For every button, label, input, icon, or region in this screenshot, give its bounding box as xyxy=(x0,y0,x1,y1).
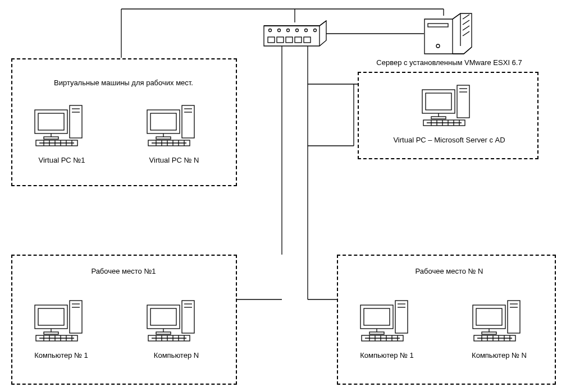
svg-point-26 xyxy=(269,29,272,32)
computer-icon xyxy=(359,299,410,344)
svg-marker-32 xyxy=(424,13,472,54)
server-icon xyxy=(423,12,473,56)
svg-rect-25 xyxy=(304,37,311,43)
svg-rect-24 xyxy=(295,37,302,43)
computer-icon xyxy=(421,84,472,129)
vpcN-label: Virtual PC № N xyxy=(140,156,208,164)
computer-icon xyxy=(472,299,522,344)
computer-icon xyxy=(146,299,197,344)
vpc1-label: Virtual PC №1 xyxy=(28,156,95,164)
ws1-pcN-label: Компьютер N xyxy=(143,351,210,359)
vm-group-title: Виртуальные машины для рабочих мест. xyxy=(34,79,213,87)
switch-icon xyxy=(263,20,327,48)
server-label: Сервер с установленным VMware ESXI 6.7 xyxy=(359,58,539,67)
svg-point-29 xyxy=(296,29,299,32)
svg-point-31 xyxy=(314,29,317,32)
computer-icon xyxy=(34,104,84,149)
svg-point-28 xyxy=(287,29,290,32)
svg-point-39 xyxy=(436,44,440,48)
svg-rect-21 xyxy=(268,37,275,43)
computer-icon xyxy=(146,104,197,149)
ad-label: Virtual PC – Microsoft Server с AD xyxy=(376,136,522,144)
svg-point-27 xyxy=(278,29,281,32)
svg-rect-22 xyxy=(277,37,284,43)
svg-rect-38 xyxy=(428,24,448,27)
svg-rect-23 xyxy=(286,37,293,43)
network-diagram: Сервер с установленным VMware ESXI 6.7 В… xyxy=(0,0,566,392)
svg-point-30 xyxy=(305,29,308,32)
ws1-pc1-label: Компьютер № 1 xyxy=(25,351,98,359)
computer-icon xyxy=(34,299,84,344)
wsN-pc1-label: Компьютер № 1 xyxy=(350,351,423,359)
workstation1-title: Рабочее место №1 xyxy=(67,267,180,275)
workstationN-title: Рабочее место № N xyxy=(393,267,505,275)
wsN-pcN-label: Компьютер № N xyxy=(463,351,536,359)
